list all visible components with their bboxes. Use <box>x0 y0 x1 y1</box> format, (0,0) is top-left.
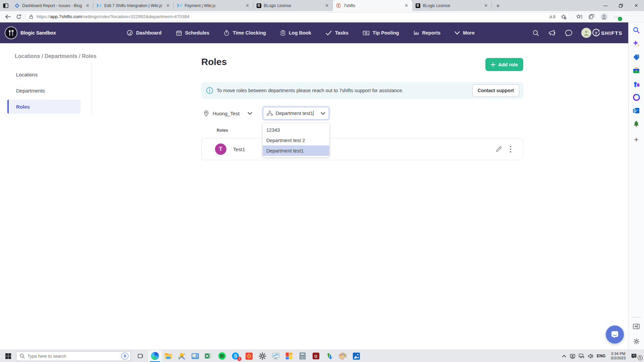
microsoft-365-icon[interactable] <box>632 93 641 102</box>
taskbar-excel[interactable] <box>202 350 215 362</box>
taskbar-calculator[interactable] <box>296 350 309 362</box>
taskbar-paint[interactable] <box>336 350 350 362</box>
tab-close-icon[interactable]: ✕ <box>483 3 489 9</box>
notification-center-icon[interactable] <box>631 353 637 359</box>
start-button[interactable] <box>0 350 16 362</box>
add-favorite-icon[interactable] <box>561 14 567 19</box>
tab-wikijs-edit[interactable]: Edit 7 Shifts Intergration | Wiki.js ✕ <box>93 0 174 11</box>
contact-support-button[interactable]: Contact support <box>472 84 519 97</box>
browser-menu-icon[interactable]: ··· ↑ <box>614 14 620 19</box>
taskbar-alpha-app[interactable]: α <box>309 350 323 362</box>
tray-language[interactable]: ENG <box>597 354 605 358</box>
back-button[interactable] <box>3 12 13 22</box>
taskbar-file-explorer[interactable] <box>162 350 175 362</box>
tree-icon[interactable] <box>632 120 641 128</box>
taskbar-3d-arrows-app[interactable] <box>323 350 336 362</box>
bing-search-icon[interactable] <box>632 26 641 35</box>
nav-tasks[interactable]: Tasks <box>325 30 348 36</box>
chevron-down-icon <box>248 112 252 115</box>
app-nav: Dashboard Schedules Time Clocking Log Bo… <box>126 29 475 36</box>
nav-time-clocking[interactable]: Time Clocking <box>223 29 266 36</box>
task-view-button[interactable] <box>133 350 147 362</box>
taskbar-color-blocks-app[interactable] <box>282 350 296 362</box>
tab-close-icon[interactable]: ✕ <box>245 3 251 9</box>
taskbar-settings[interactable] <box>256 350 269 362</box>
nav-tip-pooling[interactable]: Tip Pooling <box>363 30 399 36</box>
sidenav-item-locations[interactable]: Locations <box>7 67 80 81</box>
restore-button[interactable] <box>613 0 629 11</box>
dropdown-option-department-test1-selected[interactable]: Department test1 <box>263 145 329 156</box>
taskbar-dev-tools[interactable] <box>175 350 189 362</box>
discover-sparkle-icon[interactable] <box>632 39 641 48</box>
tray-chevron-up-icon[interactable] <box>562 355 567 358</box>
browser-profile-avatar[interactable] <box>600 13 608 20</box>
chat-icon[interactable] <box>565 29 573 37</box>
tab-actions-icon[interactable] <box>0 0 11 11</box>
taskbar-system-monitor[interactable] <box>269 350 282 362</box>
search-icon[interactable] <box>532 29 539 37</box>
page-title: Roles <box>201 57 227 67</box>
tray-volume-icon[interactable] <box>588 354 594 359</box>
shopping-tag-icon[interactable] <box>632 53 641 61</box>
sidenav-item-departments[interactable]: Departments <box>7 83 80 98</box>
edit-pencil-icon[interactable] <box>495 146 502 153</box>
tab-close-icon[interactable]: ✕ <box>324 3 330 9</box>
announcements-icon[interactable] <box>548 29 556 36</box>
read-aloud-icon[interactable]: A <box>549 14 555 19</box>
add-role-button[interactable]: Add role <box>485 58 523 71</box>
user-avatar[interactable] <box>581 28 591 38</box>
tab-dashboard-report[interactable]: Dashboard Report - Issues - Blog ✕ <box>11 0 93 11</box>
taskbar-search-input[interactable] <box>28 354 121 359</box>
dashboard-gauge-icon <box>126 29 133 36</box>
games-chess-icon[interactable] <box>632 79 641 88</box>
tab-7shifts-active[interactable]: 7 7shifts ✕ <box>333 0 412 11</box>
favorites-bar-icon[interactable] <box>576 14 583 19</box>
nav-schedules[interactable]: Schedules <box>176 30 210 36</box>
dropdown-option-12343[interactable]: 12343 <box>263 125 329 135</box>
tray-cast-icon[interactable] <box>570 354 576 359</box>
taskbar-photos[interactable] <box>350 350 363 362</box>
collections-icon[interactable] <box>589 14 594 19</box>
address-bar[interactable]: https://app.7shifts.com/settings/roles?l… <box>25 12 570 21</box>
tray-network-icon[interactable] <box>579 354 585 359</box>
taskbar-skype[interactable]: S 3 <box>229 350 242 362</box>
company-logo[interactable] <box>5 26 17 39</box>
tab-close-icon[interactable]: ✕ <box>404 3 410 9</box>
tray-clock[interactable]: 3:34 PM 3/2/2023 <box>608 352 628 360</box>
taskbar-report-viewer[interactable] <box>189 350 202 362</box>
nav-log-book[interactable]: Log Book <box>280 29 311 36</box>
role-row[interactable]: T Test1 <box>201 138 523 160</box>
minimize-button[interactable]: — <box>598 0 613 11</box>
sidenav-item-roles[interactable]: Roles <box>7 100 80 114</box>
refresh-button[interactable] <box>13 12 24 22</box>
tools-toolbox-icon[interactable] <box>632 66 641 75</box>
dropdown-option-department-test-2[interactable]: Department test 2 <box>263 135 329 145</box>
tab-close-icon[interactable]: ✕ <box>85 3 91 9</box>
tab-blogic-license-2[interactable]: B BLogic License ✕ <box>412 0 492 11</box>
sidebar-add-icon[interactable]: + <box>632 135 641 144</box>
new-tab-button[interactable]: + <box>493 1 503 11</box>
taskbar-edge[interactable] <box>148 350 162 362</box>
department-combobox[interactable]: Department test1 <box>263 107 329 120</box>
nav-reports[interactable]: Reports <box>413 30 441 36</box>
taskbar-search-box[interactable]: b <box>16 351 131 361</box>
tab-wikijs-payment[interactable]: Payment | Wiki.js ✕ <box>174 0 253 11</box>
taskbar-spotify[interactable] <box>215 350 229 362</box>
outlook-icon[interactable] <box>632 106 641 115</box>
nav-label: Tasks <box>335 30 348 36</box>
open-sidebar-panel-icon[interactable] <box>632 322 641 331</box>
tab-title: Dashboard Report - Issues - Blog <box>22 3 82 8</box>
tab-close-icon[interactable]: ✕ <box>165 3 171 9</box>
alpha-icon: α <box>312 352 320 360</box>
nav-dashboard[interactable]: Dashboard <box>126 29 162 36</box>
sidebar-settings-gear-icon[interactable] <box>632 337 641 346</box>
account-name[interactable]: Blogic Sandbox <box>20 30 56 36</box>
tab-blogic-license-1[interactable]: B BLogic License ✕ <box>253 0 333 11</box>
close-window-button[interactable]: ✕ <box>629 0 644 11</box>
nav-more[interactable]: More <box>454 30 475 36</box>
intercom-chat-button[interactable] <box>606 325 624 344</box>
kebab-menu-icon[interactable] <box>509 145 512 153</box>
taskbar-quick-assist[interactable] <box>242 350 256 362</box>
tray-time: 3:34 PM <box>608 352 628 356</box>
location-filter[interactable]: Huong_Test <box>201 110 254 117</box>
